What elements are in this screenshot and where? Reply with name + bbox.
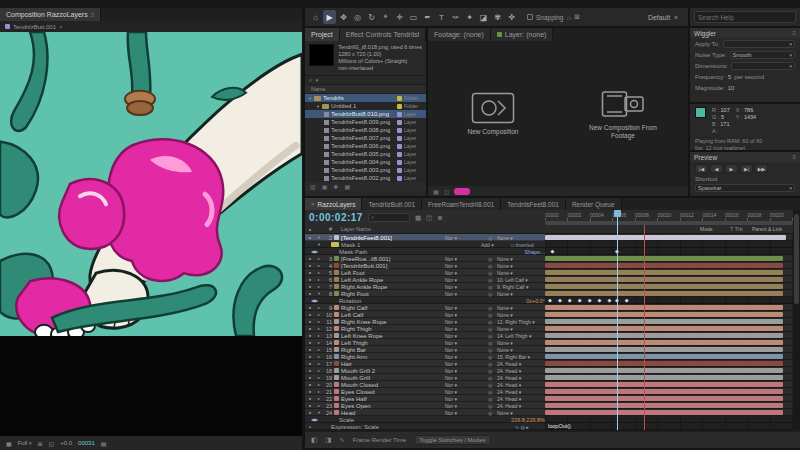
layer-label-chip[interactable] <box>334 347 339 352</box>
layer-row[interactable]: ●▸10Left CalfNor ▾◎None ▾ <box>305 311 793 318</box>
delete-item-icon[interactable]: ▦ <box>344 183 350 190</box>
tab-layer[interactable]: Layer: (none) <box>491 28 554 41</box>
layer-name[interactable]: [FreeRoa...il8.001] <box>341 256 445 262</box>
timeline-tab[interactable]: ×RazzoLayers <box>305 198 362 210</box>
magnitude-value[interactable]: 10 <box>728 85 735 91</box>
layer-visibility-eye-icon[interactable]: ● <box>305 368 315 373</box>
layer-duration-bar[interactable] <box>545 396 783 401</box>
layer-parent-dropdown[interactable]: None ▾ <box>497 340 545 346</box>
tab-effect-controls[interactable]: Effect Controls TendrilsFeet8.001 <box>340 28 426 41</box>
project-item-row[interactable]: TendrilsFeet8.003.pngLayer <box>305 166 426 174</box>
timeline-scrollbar[interactable] <box>793 210 800 430</box>
label-color-chip[interactable] <box>397 112 402 117</box>
parent-pickwhip-icon[interactable]: ◎ <box>488 305 497 311</box>
layer-parent-dropdown[interactable]: None ▾ <box>497 410 545 416</box>
property-name[interactable]: Rotation <box>323 298 522 304</box>
parent-pickwhip-icon[interactable]: ◎ <box>488 291 497 297</box>
layer-row[interactable]: ●▸21Eyes ClosedNor ▾◎24. Head ▾ <box>305 388 793 395</box>
layer-duration-bar[interactable] <box>545 270 783 275</box>
folder-twirl-icon[interactable]: ▼ <box>308 96 312 101</box>
layer-visibility-eye-icon[interactable]: ● <box>305 291 315 296</box>
layer-mode-dropdown[interactable]: Nor ▾ <box>445 235 475 241</box>
layer-visibility-eye-icon[interactable]: ● <box>305 235 315 240</box>
layer-row[interactable]: ●▸22Eyes HalfNor ▾◎24. Head ▾ <box>305 395 793 402</box>
project-item-row[interactable]: TendrilsFeet8.006.pngLayer <box>305 142 426 150</box>
play-button[interactable]: ▶ <box>725 164 738 173</box>
label-color-chip[interactable] <box>397 128 402 133</box>
layer-label-chip[interactable] <box>334 354 339 359</box>
layer-twirl-icon[interactable]: ▼ <box>315 291 323 296</box>
layer-row[interactable]: ●▼24HeadNor ▾◎None ▾ <box>305 409 793 416</box>
pen-tool[interactable]: ✒ <box>421 10 434 24</box>
layer-mode-dropdown[interactable]: Nor ▾ <box>445 354 475 360</box>
parent-pickwhip-icon[interactable]: ◎ <box>488 354 497 360</box>
layer-visibility-eye-icon[interactable]: ● <box>305 389 315 394</box>
timeline-tab[interactable]: TendrilzButt.001 <box>362 198 422 210</box>
zoom-tool[interactable]: ◎ <box>351 10 364 24</box>
graph-editor-icon[interactable]: ∿ <box>339 436 344 444</box>
layer-duration-bar[interactable] <box>545 382 783 387</box>
trkmat-column-header[interactable]: T TrkMat <box>730 226 743 232</box>
prop-row[interactable]: ◀◆▶Mask PathShape...◆◆ <box>305 248 793 255</box>
transparency-grid-icon[interactable]: ▦ <box>433 188 439 195</box>
frequency-value[interactable]: 5 <box>728 74 731 80</box>
composition-mini-flowchart-icon[interactable]: ▦ <box>415 214 421 222</box>
layer-label-chip[interactable] <box>334 389 339 394</box>
project-item-row[interactable]: TendrilsFeet8.005.pngLayer <box>305 150 426 158</box>
layer-duration-bar[interactable] <box>545 347 783 352</box>
interpret-footage-icon[interactable]: ▥ <box>310 183 316 190</box>
layer-twirl-icon[interactable]: ▸ <box>315 256 323 261</box>
parent-pickwhip-icon[interactable]: ◎ <box>488 284 497 290</box>
label-color-chip[interactable] <box>397 160 402 165</box>
layer-parent-dropdown[interactable]: None ▾ <box>497 305 545 311</box>
layer-label-chip[interactable] <box>334 340 339 345</box>
layer-visibility-eye-icon[interactable]: ● <box>305 340 315 345</box>
parent-pickwhip-icon[interactable]: ◎ <box>488 368 497 374</box>
layer-twirl-icon[interactable]: ▸ <box>315 396 323 401</box>
keyframe-icon[interactable]: ◆ <box>598 297 602 304</box>
layer-twirl-icon[interactable]: ▸ <box>315 347 323 352</box>
shy-layers-icon[interactable]: ≣ <box>437 214 442 222</box>
layer-parent-dropdown[interactable]: 24. Head ▾ <box>497 368 545 374</box>
label-color-chip[interactable] <box>397 144 402 149</box>
clone-stamp-tool[interactable]: ✦ <box>463 10 476 24</box>
layer-duration-bar[interactable] <box>545 256 783 261</box>
layer-name[interactable]: Mouth Grill 2 <box>341 368 445 374</box>
layer-parent-dropdown[interactable]: None ▾ <box>497 347 545 353</box>
layer-duration-bar[interactable] <box>545 277 783 282</box>
layer-parent-dropdown[interactable]: None ▾ <box>497 270 545 276</box>
layer-visibility-eye-icon[interactable]: ● <box>305 354 315 359</box>
layer-parent-dropdown[interactable]: None ▾ <box>497 256 545 262</box>
panel-menu-icon[interactable]: ≡ <box>792 30 796 36</box>
layer-twirl-icon[interactable]: ▸ <box>315 333 323 338</box>
layer-mode-dropdown[interactable]: Nor ▾ <box>445 375 475 381</box>
timeline-comp-button-icon[interactable]: ▤ <box>101 440 107 447</box>
keyframe-navigator-icon[interactable]: ◀◆▶ <box>305 249 323 254</box>
roto-brush-tool[interactable]: ✾ <box>491 10 504 24</box>
label-color-chip[interactable] <box>397 168 402 173</box>
keyframe-icon[interactable]: ◆ <box>578 297 582 304</box>
label-color-chip[interactable] <box>397 136 402 141</box>
layer-row[interactable]: ●▸20Mouth ClosedNor ▾◎24. Head ▾ <box>305 381 793 388</box>
layer-parent-dropdown[interactable]: 15. Right Bar ▾ <box>497 354 545 360</box>
parent-pickwhip-icon[interactable]: ◎ <box>488 340 497 346</box>
layer-twirl-icon[interactable]: ▸ <box>315 361 323 366</box>
layer-mode-dropdown[interactable]: Nor ▾ <box>445 368 475 374</box>
layer-visibility-eye-icon[interactable]: ● <box>305 382 315 387</box>
keyframe-icon[interactable]: ◆ <box>625 297 629 304</box>
layer-name[interactable]: Right Ankle Rope <box>341 284 445 290</box>
layer-parent-dropdown[interactable]: None ▾ <box>497 291 545 297</box>
layer-parent-dropdown[interactable]: 24. Head ▾ <box>497 361 545 367</box>
layer-visibility-eye-icon[interactable]: ● <box>305 361 315 366</box>
layer-label-chip[interactable] <box>334 333 339 338</box>
layer-row[interactable]: ●▸9Right CalfNor ▾◎None ▾ <box>305 304 793 311</box>
layer-duration-bar[interactable] <box>545 291 783 296</box>
expand-inout-pane-icon[interactable]: ◨ <box>325 436 331 444</box>
layer-mode-dropdown[interactable]: Nor ▾ <box>445 403 475 409</box>
new-folder-icon[interactable]: ▣ <box>322 183 328 190</box>
mask-twirl-icon[interactable]: ▼ <box>315 242 323 247</box>
label-color-chip[interactable] <box>397 152 402 157</box>
parent-pickwhip-icon[interactable]: ◎ <box>488 347 497 353</box>
tab-composition-razzolayers[interactable]: Composition RazzoLayers ≡ <box>0 8 101 21</box>
frame-number[interactable]: 00031 <box>78 440 95 446</box>
